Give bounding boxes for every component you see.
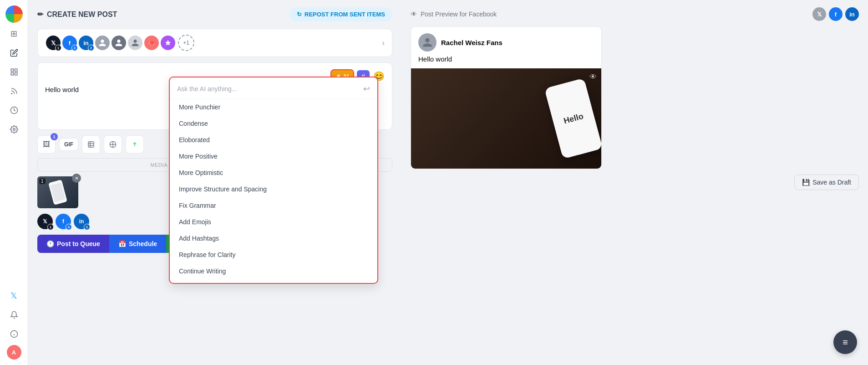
svg-rect-2 <box>11 73 13 75</box>
social-x-icon[interactable]: 𝕏 <box>812 7 826 21</box>
fb-phone-preview: Hello <box>544 78 602 159</box>
media-remove-button[interactable]: ✕ <box>72 174 81 183</box>
sidebar-item-analytics[interactable] <box>6 102 22 118</box>
fab-button[interactable]: ≡ <box>833 330 857 354</box>
save-draft-row: 💾 Save as Draft <box>411 169 859 195</box>
media-badge: 1 <box>39 178 46 184</box>
sidebar-item-dashboard[interactable]: ⊞ <box>6 26 22 42</box>
facebook-preview-card: Rachel Weisz Fans Hello world 👁 Hello <box>411 26 602 169</box>
svg-rect-19 <box>50 182 65 202</box>
account-selector-bar: 𝕏 1 f 3 in 2 🐙 <box>37 29 392 57</box>
app-logo[interactable] <box>5 5 23 23</box>
sidebar-item-settings[interactable] <box>6 121 22 138</box>
fb-badge: 3 <box>71 45 78 51</box>
save-draft-label: Save as Draft <box>812 179 851 186</box>
ai-menu-more-positive[interactable]: More Positive <box>170 148 377 165</box>
account-brand1[interactable]: 🐙 <box>143 35 160 51</box>
page-header: ✏ CREATE NEW POST ↻ REPOST FROM SENT ITE… <box>37 7 392 21</box>
ai-menu-fix-grammar[interactable]: Fix Grammar <box>170 197 377 214</box>
fb-eye-icon[interactable]: 👁 <box>589 73 597 81</box>
post-editor: ✦ AI # 😊 Hello world ↩ More Punchier Con… <box>37 62 392 130</box>
gif-button[interactable]: GIF <box>59 138 78 151</box>
bottom-account-li[interactable]: in 2 <box>74 214 89 229</box>
repost-icon: ↻ <box>297 11 302 18</box>
right-panel: 👁 Post Preview for Facebook 𝕏 f in Rache… <box>401 0 868 365</box>
user-avatar[interactable]: A <box>7 345 21 360</box>
account-more[interactable]: +1 <box>178 35 194 51</box>
svg-rect-0 <box>11 69 13 71</box>
ai-search-input[interactable] <box>177 85 363 93</box>
edit-icon: ✏ <box>37 10 43 19</box>
x-badge: 1 <box>55 45 61 51</box>
ai-dropdown-panel: ↩ More Punchier Condense Eloborated More… <box>169 77 378 284</box>
main-panel: ✏ CREATE NEW POST ↻ REPOST FROM SENT ITE… <box>28 0 401 365</box>
account-person3[interactable] <box>127 35 143 51</box>
ai-search-row: ↩ <box>170 81 377 99</box>
sidebar-item-info[interactable] <box>6 326 22 342</box>
fb-page-avatar <box>418 33 437 51</box>
page-title-text: CREATE NEW POST <box>47 10 117 19</box>
svg-point-6 <box>13 129 15 131</box>
svg-rect-1 <box>15 69 17 71</box>
account-person1[interactable] <box>94 35 111 51</box>
post-to-queue-button[interactable]: 🕐 Post to Queue <box>37 235 109 253</box>
schedule-label: Schedule <box>129 240 157 247</box>
preview-title-text: Post Preview for Facebook <box>421 10 497 18</box>
queue-icon: 🕐 <box>46 240 54 247</box>
svg-point-4 <box>11 93 12 94</box>
sidebar-item-twitter[interactable]: 𝕏 <box>6 288 22 304</box>
fb-post-text: Hello world <box>411 55 601 68</box>
save-icon: 💾 <box>802 179 810 186</box>
social-li-icon[interactable]: in <box>845 7 859 21</box>
image-button[interactable]: 🖼 1 <box>37 135 56 154</box>
account-facebook[interactable]: f 3 <box>61 35 78 51</box>
account-arrow[interactable]: › <box>382 38 385 48</box>
account-person2[interactable] <box>111 35 127 51</box>
social-icons-row: 𝕏 f in <box>812 7 859 21</box>
svg-rect-10 <box>88 142 94 147</box>
bottom-li-badge: 2 <box>84 224 90 230</box>
schedule-button[interactable]: 📅 Schedule <box>109 235 166 253</box>
queue-label: Post to Queue <box>57 240 100 247</box>
preview-title: 👁 Post Preview for Facebook <box>411 10 497 18</box>
sidebar-item-compose[interactable] <box>6 45 22 61</box>
ai-menu-more-punchier[interactable]: More Punchier <box>170 99 377 115</box>
fab-icon: ≡ <box>843 337 848 348</box>
ai-send-button[interactable]: ↩ <box>363 84 370 94</box>
ai-menu-add-emojis[interactable]: Add Emojis <box>170 214 377 230</box>
doc-button[interactable] <box>82 135 100 154</box>
ai-menu-add-hashtags[interactable]: Add Hashtags <box>170 230 377 247</box>
more-accounts-label: +1 <box>183 40 189 46</box>
upload-button[interactable] <box>126 135 144 154</box>
ai-menu-continue-writing[interactable]: Continue Writing <box>170 263 377 279</box>
account-x[interactable]: 𝕏 1 <box>45 35 61 51</box>
ai-menu-more-optimistic[interactable]: More Optimistic <box>170 165 377 181</box>
ai-menu-improve-structure[interactable]: Improve Structure and Spacing <box>170 181 377 197</box>
repost-button[interactable]: ↻ REPOST FROM SENT ITEMS <box>289 7 392 21</box>
bottom-account-x[interactable]: 𝕏 1 <box>37 214 53 229</box>
media-thumbnail: 1 ✕ <box>37 176 78 208</box>
phone-text: Hello <box>563 111 584 126</box>
fb-preview-image: 👁 Hello <box>411 68 601 169</box>
sidebar-item-posts[interactable] <box>6 64 22 80</box>
bottom-account-fb[interactable]: f 3 <box>56 214 71 229</box>
image-badge: 1 <box>51 133 58 140</box>
page-title: ✏ CREATE NEW POST <box>37 10 117 19</box>
account-avatars: 𝕏 1 f 3 in 2 🐙 <box>45 35 382 51</box>
account-brand2[interactable] <box>160 35 176 51</box>
ai-menu-rephrase[interactable]: Rephrase for Clarity <box>170 247 377 263</box>
li-badge: 2 <box>88 45 94 51</box>
bottom-x-badge: 1 <box>47 224 54 230</box>
repost-label: REPOST FROM SENT ITEMS <box>305 11 385 18</box>
social-fb-icon[interactable]: f <box>829 7 843 21</box>
schedule-icon: 📅 <box>118 240 126 247</box>
ai-menu-condense[interactable]: Condense <box>170 115 377 132</box>
fb-card-header: Rachel Weisz Fans <box>411 27 601 55</box>
ai-menu-elaborated[interactable]: Eloborated <box>170 132 377 148</box>
save-draft-button[interactable]: 💾 Save as Draft <box>794 175 859 190</box>
account-linkedin[interactable]: in 2 <box>78 35 94 51</box>
sidebar: ⊞ 𝕏 A <box>0 0 28 365</box>
sidebar-item-feed[interactable] <box>6 83 22 99</box>
sidebar-item-bell[interactable] <box>6 307 22 323</box>
google-button[interactable] <box>104 135 122 154</box>
